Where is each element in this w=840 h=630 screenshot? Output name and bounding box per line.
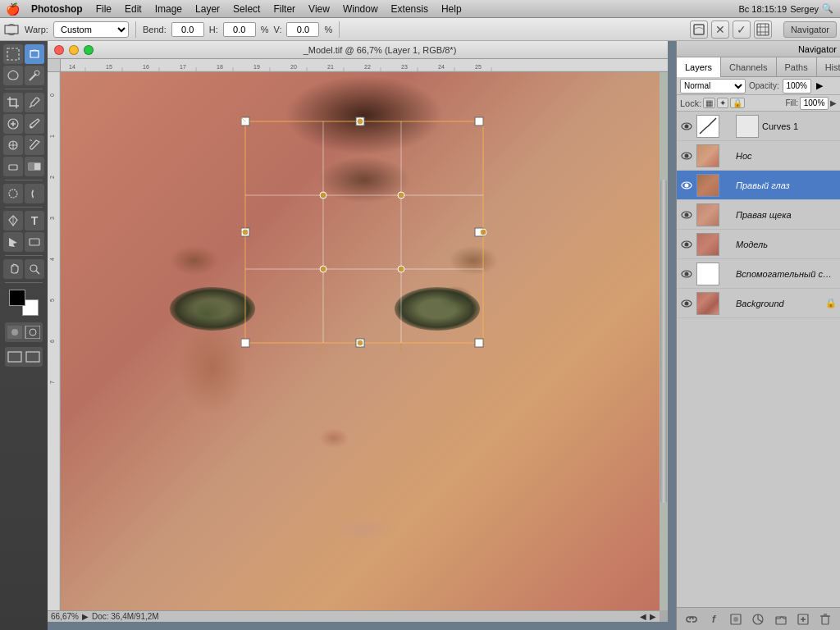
fg-color-swatch[interactable]	[9, 290, 25, 306]
opacity-input[interactable]	[783, 79, 811, 94]
screen-mode-btn[interactable]	[5, 347, 43, 367]
layer-visibility-model[interactable]	[680, 238, 693, 251]
clone-tool[interactable]	[3, 135, 23, 155]
sep1	[135, 21, 136, 38]
add-mask-btn[interactable]	[727, 611, 745, 628]
tab-channels[interactable]: Channels	[721, 57, 776, 77]
window-close-btn[interactable]	[54, 45, 64, 55]
layer-visibility-vspomog[interactable]	[680, 267, 693, 281]
zoom-tool[interactable]	[25, 259, 44, 279]
window-maximize-btn[interactable]	[84, 45, 94, 55]
toolbox: T	[0, 41, 48, 630]
new-adjustment-btn[interactable]	[749, 611, 767, 628]
layer-item-praviy-glaz[interactable]: Правый глаз	[677, 171, 840, 200]
healing-tool[interactable]	[3, 114, 23, 134]
quick-mask-btn[interactable]	[5, 322, 43, 342]
crop-tool[interactable]	[3, 93, 23, 112]
window-minimize-btn[interactable]	[69, 45, 79, 55]
warp-preset-btn[interactable]	[690, 21, 708, 39]
new-layer-btn[interactable]	[794, 611, 812, 628]
layer-item-vspomog[interactable]: Вспомогательный слой	[677, 259, 840, 289]
blend-mode-select[interactable]: Normal Dissolve Multiply Screen Overlay	[680, 79, 746, 94]
magic-wand-tool[interactable]	[25, 66, 44, 85]
menu-help[interactable]: Help	[435, 0, 468, 18]
photo-canvas[interactable]	[61, 72, 668, 610]
link-layers-btn[interactable]	[682, 611, 701, 628]
text-tool[interactable]: T	[25, 211, 44, 231]
menu-file[interactable]: File	[89, 0, 118, 18]
panel-arrow[interactable]: ▶	[816, 80, 823, 91]
status-icon[interactable]: ▶	[82, 612, 89, 621]
navigator-tab[interactable]: Navigator	[783, 21, 837, 38]
menu-image[interactable]: Image	[148, 0, 189, 18]
shape-tool[interactable]	[25, 232, 44, 252]
layer-item-nos[interactable]: Нос	[677, 141, 840, 171]
warp-select-wrap[interactable]: Custom Arc Arc Lower Arc Upper Arch Bulg…	[53, 21, 129, 38]
brush-tool[interactable]	[25, 114, 44, 134]
layer-item-pravaya-sheka[interactable]: Правая щека	[677, 200, 840, 230]
gradient-tool[interactable]	[25, 157, 44, 176]
lock-pixels-btn[interactable]: ▦	[703, 98, 715, 108]
bend-field[interactable]	[171, 22, 204, 37]
layers-list: Curves 1 Нос	[677, 112, 840, 607]
tab-history[interactable]: History	[817, 57, 840, 77]
scroll-thumb-v[interactable]	[660, 180, 667, 503]
h-field[interactable]	[223, 22, 256, 37]
layer-style-btn[interactable]: f	[705, 611, 723, 628]
blur-tool[interactable]	[3, 184, 23, 203]
vertical-scrollbar[interactable]	[660, 72, 668, 610]
lasso-tool[interactable]	[3, 66, 23, 85]
new-group-btn[interactable]	[772, 611, 790, 628]
layer-item-background[interactable]: Background 🔒	[677, 289, 840, 318]
menu-layer[interactable]: Layer	[189, 0, 226, 18]
eyedropper-tool[interactable]	[25, 93, 44, 112]
layer-visibility-praviy-glaz[interactable]	[680, 179, 693, 192]
scroll-left-btn[interactable]: ◀	[640, 612, 646, 621]
layer-visibility-nos[interactable]	[680, 149, 693, 162]
warp-mode-btn[interactable]	[754, 21, 772, 39]
delete-layer-btn[interactable]	[816, 611, 834, 628]
warp-transform-grid[interactable]	[241, 113, 487, 351]
tab-layers[interactable]: Layers	[677, 57, 721, 77]
svg-text:22: 22	[364, 64, 371, 70]
menu-edit[interactable]: Edit	[118, 0, 148, 18]
layer-item-model[interactable]: Модель	[677, 230, 840, 259]
confirm-warp-btn[interactable]: ✓	[733, 21, 751, 39]
move-marquee-tool[interactable]	[3, 44, 23, 64]
fill-arrow[interactable]: ▶	[830, 98, 837, 107]
menu-filter[interactable]: Filter	[267, 0, 302, 18]
h-label: H:	[209, 25, 218, 34]
svg-text:7: 7	[49, 381, 55, 384]
menu-select[interactable]: Select	[226, 0, 267, 18]
fill-input[interactable]	[800, 97, 829, 110]
layer-visibility-pravaya-sheka[interactable]	[680, 208, 693, 221]
warp-tool-active[interactable]	[25, 44, 44, 64]
svg-text:1: 1	[49, 135, 55, 138]
scroll-right-btn[interactable]: ▶	[650, 612, 656, 621]
lock-position-btn[interactable]: ✦	[717, 98, 728, 108]
apple-menu[interactable]: 🍎	[0, 2, 25, 16]
path-selection-tool[interactable]	[3, 232, 23, 252]
warp-select[interactable]: Custom Arc Arc Lower Arc Upper Arch Bulg…	[54, 24, 128, 35]
history-brush-tool[interactable]	[25, 135, 44, 155]
menu-view[interactable]: View	[302, 0, 336, 18]
svg-text:15: 15	[106, 64, 112, 70]
hand-tool[interactable]	[3, 259, 23, 279]
app-name[interactable]: Photoshop	[25, 0, 89, 18]
menu-window[interactable]: Window	[336, 0, 385, 18]
layer-visibility-curves1[interactable]	[680, 120, 693, 133]
layer-item-curves1[interactable]: Curves 1	[677, 112, 840, 141]
pen-tool[interactable]	[3, 211, 23, 231]
layer-visibility-background[interactable]	[680, 297, 693, 310]
tab-paths[interactable]: Paths	[777, 57, 817, 77]
dodge-tool[interactable]	[25, 184, 44, 203]
v-field[interactable]	[286, 22, 319, 37]
svg-line-10	[30, 106, 31, 107]
menu-extensis[interactable]: Extensis	[385, 0, 435, 18]
layer-thumbnail-curves1	[696, 115, 719, 138]
lock-all-btn[interactable]: 🔒	[730, 98, 745, 108]
cancel-warp-btn[interactable]: ✕	[711, 21, 729, 39]
search-icon[interactable]: 🔍	[822, 3, 833, 14]
eraser-tool[interactable]	[3, 157, 23, 176]
color-swatches	[5, 290, 43, 316]
